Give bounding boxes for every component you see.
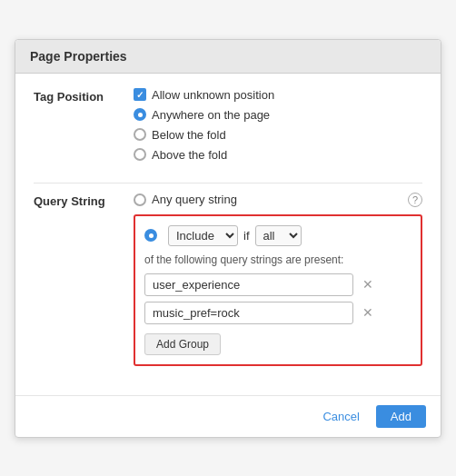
any-query-label: Any query string [152, 193, 237, 206]
above-fold-label: Above the fold [152, 148, 227, 162]
remove-query-1-button[interactable]: ✕ [359, 275, 377, 293]
below-fold-label: Below the fold [152, 128, 226, 142]
add-group-button[interactable]: Add Group [144, 333, 221, 355]
query-string-2-input[interactable] [144, 302, 353, 324]
divider [34, 183, 422, 183]
include-radio[interactable] [144, 229, 157, 242]
cancel-button[interactable]: Cancel [313, 405, 368, 428]
tag-position-label: Tag Position [34, 88, 134, 104]
any-query-row: Any query string ? [134, 193, 422, 207]
query-string-1-input[interactable] [144, 273, 353, 296]
if-label: if [243, 229, 250, 243]
any-query-radio[interactable] [134, 193, 146, 206]
remove-query-2-button[interactable]: ✕ [359, 303, 377, 322]
allow-unknown-item[interactable]: Allow unknown position [134, 88, 422, 102]
below-fold-radio[interactable] [134, 128, 146, 141]
anywhere-radio[interactable] [134, 108, 146, 121]
dialog-body: Tag Position Allow unknown position Anyw… [15, 74, 441, 395]
help-icon[interactable]: ? [408, 193, 422, 207]
query-section: Include Exclude if all any of the follow… [134, 214, 422, 366]
tag-position-row: Tag Position Allow unknown position Anyw… [34, 88, 422, 168]
include-row: Include Exclude if all any [144, 225, 411, 246]
add-button[interactable]: Add [376, 405, 426, 428]
query-string-2-row: ✕ [144, 302, 411, 324]
anywhere-item[interactable]: Anywhere on the page [134, 108, 422, 122]
dialog-title: Page Properties [30, 49, 127, 64]
query-string-label: Query String [34, 193, 134, 208]
query-string-1-row: ✕ [144, 273, 411, 296]
above-fold-radio[interactable] [134, 148, 146, 161]
allow-unknown-label: Allow unknown position [152, 88, 274, 102]
anywhere-label: Anywhere on the page [152, 108, 270, 122]
above-fold-item[interactable]: Above the fold [134, 148, 422, 162]
query-string-controls: Any query string ? Include Exclude if al… [134, 193, 422, 366]
page-properties-dialog: Page Properties Tag Position Allow unkno… [15, 39, 441, 438]
all-select[interactable]: all any [255, 225, 302, 246]
query-description: of the following query strings are prese… [144, 253, 411, 266]
include-select[interactable]: Include Exclude [168, 225, 238, 246]
dialog-footer: Cancel Add [15, 395, 441, 437]
query-string-row: Query String Any query string ? Include … [34, 193, 422, 366]
allow-unknown-checkbox[interactable] [134, 88, 146, 101]
tag-position-controls: Allow unknown position Anywhere on the p… [134, 88, 422, 168]
dialog-header: Page Properties [15, 40, 441, 74]
below-fold-item[interactable]: Below the fold [134, 128, 422, 142]
